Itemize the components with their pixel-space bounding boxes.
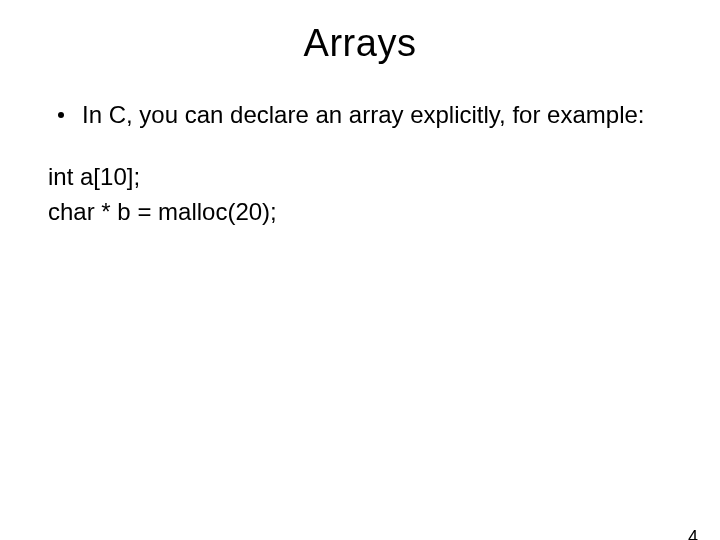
slide-content: In C, you can declare an array explicitl… <box>0 99 720 228</box>
bullet-text: In C, you can declare an array explicitl… <box>82 99 672 131</box>
page-number: 4 <box>688 527 698 540</box>
code-line-1: int a[10]; <box>48 161 672 193</box>
code-line-2: char * b = malloc(20); <box>48 196 672 228</box>
slide-title: Arrays <box>0 22 720 65</box>
bullet-item: In C, you can declare an array explicitl… <box>48 99 672 131</box>
code-block: int a[10]; char * b = malloc(20); <box>48 161 672 228</box>
slide: Arrays In C, you can declare an array ex… <box>0 22 720 540</box>
bullet-dot-icon <box>58 112 64 118</box>
